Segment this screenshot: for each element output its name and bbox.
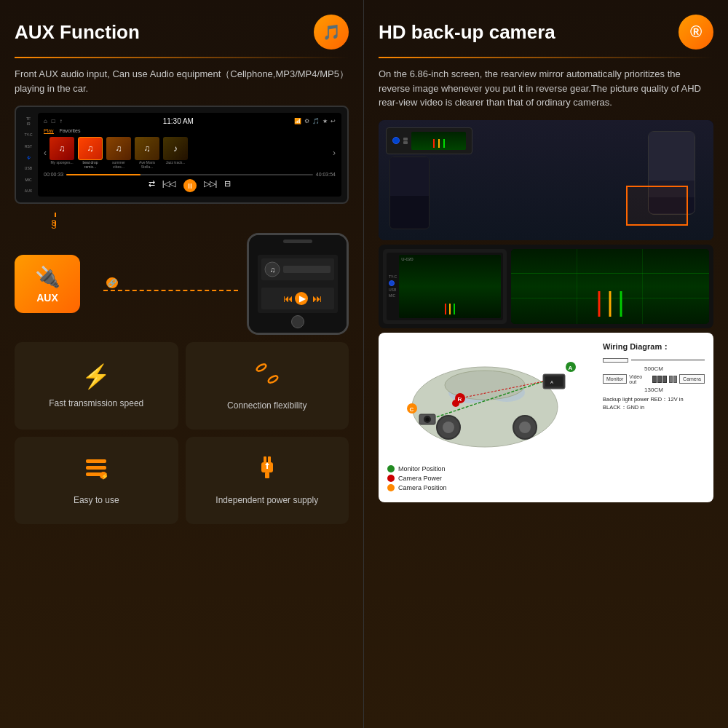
backup-camera-view-container: TY-C USB MIC [379, 245, 713, 328]
wiring-500cm-row [603, 358, 705, 363]
feature-label-power: Independent power supply [215, 494, 318, 507]
legend-text-r: Camera Power [398, 475, 442, 482]
legend-c: Camera Position [387, 484, 597, 491]
connector-block-3 [662, 376, 667, 383]
camera-feed-stereo: U-020 [399, 255, 501, 318]
svg-text:⏭: ⏭ [312, 293, 323, 304]
legend-a: Monitor Position [387, 465, 597, 472]
parking-guides [598, 291, 622, 317]
stereo-device-left: TY-C USB MIC [383, 249, 507, 324]
svg-rect-14 [86, 466, 106, 470]
feature-label-easy: Easy to use [74, 494, 119, 507]
distance-130-label: 130CM [603, 387, 705, 393]
legend-dot-a [387, 465, 395, 472]
stack-icon: ⚡ [83, 455, 109, 487]
aux-badge-icon: 🎵 [323, 23, 341, 41]
svg-point-39 [426, 417, 430, 421]
phone-speaker [283, 240, 312, 243]
phone-home-button [291, 315, 304, 328]
grid-v2 [642, 249, 643, 324]
stereo-time: 11:30 AM [163, 117, 194, 125]
birds-eye-container [379, 120, 713, 240]
svg-text:▶: ▶ [299, 293, 306, 304]
lightning-icon: ⚡ [82, 363, 111, 390]
svg-text:⏮: ⏮ [283, 293, 293, 304]
svg-rect-13 [86, 459, 106, 463]
distance-500-label: 500CM [603, 365, 705, 372]
stereo-controls: ⇄ |◁◁ ⏸ ▷▷| ⊟ [44, 179, 336, 192]
aux-plug-icon: 🔌 [35, 265, 60, 289]
svg-text:♫: ♫ [270, 266, 276, 274]
phone-music-app: ♫ ⏮ ▶ ⏭ [254, 251, 341, 317]
connector-blocks-2 [669, 376, 677, 383]
power-indicator [392, 137, 400, 144]
r-icon: ® [690, 23, 702, 41]
aux-connection-area: 🔌 AUX 🔗 ♫ ⏮ [15, 233, 349, 335]
aux-box: 🔌 AUX [15, 255, 80, 313]
chain-icon: 🔗 [106, 277, 118, 288]
svg-text:A: A [569, 365, 573, 371]
connector-block-5 [673, 376, 677, 383]
wiring-diagram-title: Wiring Diagram： [603, 341, 705, 352]
feature-card-transmission: ⚡ Fast transmission speed [15, 342, 178, 430]
legend-section: Monitor Position Camera Power Camera Pos… [387, 465, 597, 491]
camera-section-header: HD back-up camera ® [379, 15, 713, 50]
stereo-with-camera: TY-C USB MIC [387, 253, 503, 320]
monitor-box [603, 358, 628, 363]
monitor-label-2: Monitor [606, 376, 623, 381]
birds-eye-view [379, 120, 713, 240]
feature-card-power: Independent power supply [186, 437, 349, 524]
backup-power-info: Backup light power RED：12V in BLACK：GND … [603, 395, 705, 412]
grid-h1 [511, 273, 709, 274]
svg-point-12 [267, 374, 279, 384]
camera-description: On the 6.86-inch screen, the rearview mi… [379, 67, 713, 110]
full-camera-right [511, 249, 709, 324]
svg-text:C: C [410, 406, 414, 413]
legend-text-c: Camera Position [398, 484, 447, 491]
connector-block-4 [669, 376, 673, 383]
aux-description: Front AUX audio input, Can use Audio equ… [15, 67, 349, 95]
wiring-section: A A C R [379, 333, 713, 502]
feature-card-connection: Connection flexibility [186, 342, 349, 430]
mini-camera-screen [411, 132, 466, 150]
svg-point-28 [443, 422, 454, 433]
video-out-label: Video out [629, 374, 650, 384]
feature-label-connection: Connection flexibility [227, 400, 306, 412]
svg-text:⚡: ⚡ [101, 472, 108, 480]
connector-block-1 [652, 376, 657, 383]
left-panel: AUX Function 🎵 Front AUX audio input, Ca… [0, 0, 364, 728]
link-icon [254, 360, 280, 392]
camera-view-wrapper: TY-C USB MIC [379, 245, 713, 328]
legend-r: Camera Power [387, 475, 597, 482]
aux-section-header: AUX Function 🎵 [15, 15, 349, 50]
svg-rect-32 [545, 376, 563, 387]
video-out-row: Monitor Video out Camera [603, 374, 705, 384]
car-wiring-svg: A A C R [387, 341, 597, 458]
wiring-130cm-row: 130CM [603, 387, 705, 393]
guide-yellow [609, 291, 612, 317]
right-panel: HD back-up camera ® On the 6.86-inch scr… [364, 0, 728, 728]
legend-dot-r [387, 475, 395, 482]
aux-divider [15, 57, 349, 58]
backup-power-label: Backup light power RED：12V in [603, 395, 705, 403]
svg-rect-21 [265, 472, 269, 478]
car-diagram-area: A A C R [387, 341, 597, 494]
phone-mockup: ♫ ⏮ ▶ ⏭ [247, 233, 349, 335]
camera-label: Camera [683, 376, 701, 381]
camera-box: Camera [679, 374, 705, 384]
aux-chain-connector: 🔗 [103, 277, 238, 291]
feature-label-transmission: Fast transmission speed [49, 397, 143, 410]
guide-green [620, 291, 622, 317]
power-svg [254, 455, 280, 481]
svg-point-11 [256, 363, 267, 372]
stereo-screen: ⌂□↑ 11:30 AM 📶⚙🎵★↩ Play Favorites ‹ [38, 113, 341, 197]
guide-red [598, 291, 601, 317]
aux-box-label: AUX [36, 292, 58, 304]
svg-rect-5 [283, 266, 331, 273]
line-500 [631, 360, 705, 360]
svg-text:A: A [550, 380, 553, 384]
registered-badge: ® [678, 15, 713, 50]
connector-blocks [652, 376, 667, 383]
parked-car-2 [389, 157, 430, 229]
svg-point-30 [519, 422, 531, 433]
